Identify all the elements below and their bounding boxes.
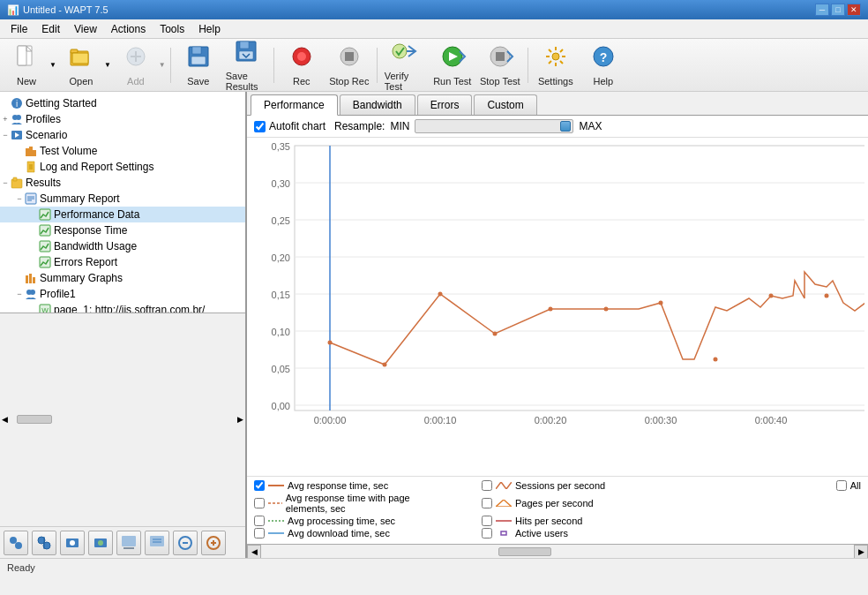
tree-icon xyxy=(25,272,37,284)
chart-scroll-thumb[interactable] xyxy=(498,547,551,556)
legend-processing-check[interactable] xyxy=(254,516,265,526)
chart-scroll-right[interactable]: ▶ xyxy=(854,545,868,559)
legend-sessions-check[interactable] xyxy=(482,480,492,491)
svg-point-119 xyxy=(383,363,387,367)
chart-scroll-track[interactable] xyxy=(261,545,854,559)
tab-performance[interactable]: Performance xyxy=(251,94,338,116)
add-button[interactable]: Add xyxy=(113,42,159,88)
tree-item-response-time[interactable]: Response Time xyxy=(0,222,245,238)
svg-text:0,25: 0,25 xyxy=(272,215,290,226)
settings-button[interactable]: Settings xyxy=(533,42,579,88)
slider-thumb[interactable] xyxy=(560,121,571,132)
help-button[interactable]: ? Help xyxy=(580,42,626,88)
tree-item-test-volume[interactable]: Test Volume xyxy=(0,143,245,159)
tree-item-results[interactable]: − Results xyxy=(0,175,245,191)
tab-bandwidth[interactable]: Bandwidth xyxy=(340,94,415,115)
minimize-button[interactable]: ─ xyxy=(815,4,829,16)
tree-icon xyxy=(11,177,23,189)
save-results-button[interactable]: Save Results xyxy=(223,42,269,88)
tree-item-summary-report[interactable]: − Summary Report xyxy=(0,191,245,207)
tab-errors[interactable]: Errors xyxy=(417,94,473,115)
autofit-checkbox[interactable] xyxy=(254,121,266,132)
maximize-button[interactable]: □ xyxy=(831,4,845,16)
legend-all-check[interactable] xyxy=(836,480,847,491)
legend-pages-check[interactable] xyxy=(482,498,492,508)
stop-rec-button[interactable]: Stop Rec xyxy=(326,42,372,88)
legend-avg-response: Avg response time, sec xyxy=(254,480,448,491)
verify-test-button[interactable]: Verify Test xyxy=(382,42,428,88)
run-test-button[interactable]: Run Test xyxy=(430,42,475,88)
svg-rect-44 xyxy=(33,150,36,156)
lb-btn7[interactable] xyxy=(173,531,198,555)
legend-download-check[interactable] xyxy=(254,528,265,539)
lb-btn1[interactable] xyxy=(4,531,28,555)
tree-scroll-thumb[interactable] xyxy=(17,415,52,424)
tree-item-scenario[interactable]: − Scenario xyxy=(0,127,245,143)
new-button[interactable]: New xyxy=(4,42,49,88)
open-button[interactable]: Open xyxy=(58,42,104,88)
open-label: Open xyxy=(69,76,93,87)
add-group: Add ▼ xyxy=(113,42,166,88)
expander[interactable]: − xyxy=(0,131,11,139)
svg-rect-5 xyxy=(72,53,88,64)
expander[interactable]: − xyxy=(0,178,11,187)
tree-item-profile1[interactable]: − Profile1 xyxy=(0,286,245,302)
tree-label: Summary Graphs xyxy=(40,272,123,284)
lb-btn6[interactable] xyxy=(145,531,169,555)
tree-view[interactable]: i Getting Started + Profiles − Scenario … xyxy=(0,92,245,313)
tree-item-errors-report[interactable]: Errors Report xyxy=(0,254,245,270)
svg-rect-54 xyxy=(40,209,50,220)
stop-test-button[interactable]: Stop Test xyxy=(477,42,523,88)
stop-test-icon xyxy=(486,44,514,74)
lb-btn3[interactable] xyxy=(60,531,85,555)
tab-custom[interactable]: Custom xyxy=(474,94,536,115)
legend-avg-response-elements-check[interactable] xyxy=(254,498,265,508)
tree-icon: W xyxy=(39,304,51,313)
tree-icon xyxy=(39,256,51,268)
tree-item-performance-data[interactable]: Performance Data xyxy=(0,207,245,222)
settings-icon xyxy=(543,44,568,74)
lb-btn2[interactable] xyxy=(32,531,56,555)
right-panel: Performance Bandwidth Errors Custom Auto… xyxy=(247,92,868,558)
tree-hscrollbar[interactable]: ◀ ▶ xyxy=(0,313,245,527)
tree-item-getting-started[interactable]: i Getting Started xyxy=(0,95,245,111)
add-arrow[interactable]: ▼ xyxy=(159,61,166,69)
lb-btn8[interactable] xyxy=(201,531,226,555)
rec-button[interactable]: Rec xyxy=(279,42,325,88)
lb-btn5[interactable] xyxy=(116,531,141,555)
tree-item-page1[interactable]: W page_1: http://iis.softran.com.br/ xyxy=(0,302,245,313)
tree-item-profiles[interactable]: + Profiles xyxy=(0,111,245,127)
svg-rect-43 xyxy=(29,147,33,156)
svg-rect-57 xyxy=(40,257,50,267)
svg-point-121 xyxy=(493,332,498,336)
expander[interactable]: + xyxy=(0,115,11,124)
legend-avg-response-check[interactable] xyxy=(254,480,265,491)
expander[interactable]: − xyxy=(14,194,25,203)
save-button[interactable]: Save xyxy=(176,42,221,88)
tree-scroll-left[interactable]: ◀ xyxy=(2,415,8,424)
menu-tools[interactable]: Tools xyxy=(153,21,191,37)
menu-view[interactable]: View xyxy=(67,21,104,37)
open-arrow[interactable]: ▼ xyxy=(104,61,111,69)
tree-scroll-right[interactable]: ▶ xyxy=(237,415,243,424)
resample-slider[interactable] xyxy=(415,119,573,133)
legend-active-users-check[interactable] xyxy=(482,528,492,539)
chart-hscrollbar[interactable]: ◀ ▶ xyxy=(247,544,868,558)
close-button[interactable]: ✕ xyxy=(847,4,861,16)
lb-btn4[interactable] xyxy=(88,531,113,555)
legend-hits-check[interactable] xyxy=(482,516,492,526)
menu-file[interactable]: File xyxy=(4,21,34,37)
new-arrow[interactable]: ▼ xyxy=(49,61,56,69)
expander[interactable]: − xyxy=(14,290,25,298)
legend-all-item: All xyxy=(836,480,861,491)
menu-actions[interactable]: Actions xyxy=(104,21,153,37)
autofit-label[interactable]: Autofit chart xyxy=(254,120,326,132)
menu-help[interactable]: Help xyxy=(191,21,228,37)
tree-item-log-and-report[interactable]: Log and Report Settings xyxy=(0,159,245,175)
menu-edit[interactable]: Edit xyxy=(34,21,67,37)
chart-scroll-left[interactable]: ◀ xyxy=(247,545,261,559)
tree-item-summary-graphs[interactable]: Summary Graphs xyxy=(0,270,245,286)
svg-text:0,10: 0,10 xyxy=(272,327,290,337)
tree-item-bandwidth-usage[interactable]: Bandwidth Usage xyxy=(0,238,245,254)
svg-text:0,15: 0,15 xyxy=(272,290,290,300)
